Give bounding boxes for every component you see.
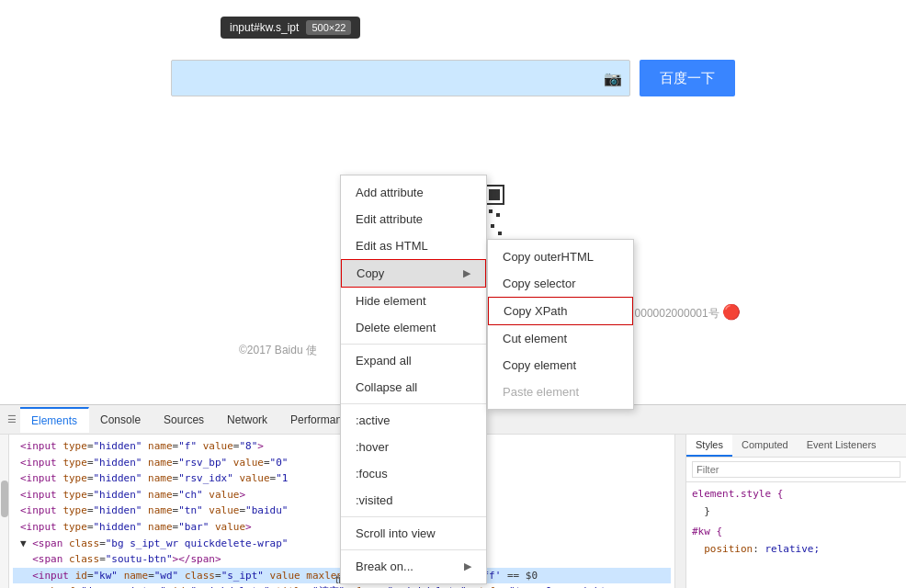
tab-network[interactable]: Network [216, 408, 279, 432]
menu-item-expand-all[interactable]: Expand all [341, 347, 486, 374]
submenu-cut-element[interactable]: Cut element [488, 325, 633, 352]
devtools-vertical-scrollbar[interactable] [674, 435, 685, 588]
svg-rect-12 [496, 213, 500, 217]
menu-item-visited[interactable]: :visited [341, 487, 486, 514]
styles-tab-computed[interactable]: Computed [732, 435, 798, 457]
submenu-copy-selector[interactable]: Copy selector [488, 270, 633, 297]
tooltip-element-name: input#kw.s_ipt [230, 21, 299, 34]
styles-content: element.style { } #kw { position: relati… [686, 482, 906, 562]
styles-filter-input[interactable] [692, 461, 900, 478]
submenu-copy-outerhtml[interactable]: Copy outerHTML [488, 243, 633, 270]
menu-item-add-attribute[interactable]: Add attribute [341, 179, 486, 206]
devtools-styles-panel: Styles Computed Event Listeners element.… [685, 435, 906, 588]
styles-tabs: Styles Computed Event Listeners [686, 435, 906, 458]
tab-sources[interactable]: Sources [153, 408, 216, 432]
menu-item-scroll-into-view[interactable]: Scroll into view [341, 520, 486, 547]
devtools-panel-toggle[interactable]: ☰ [4, 408, 20, 431]
menu-item-active[interactable]: :active [341, 407, 486, 434]
devtools-left-scrollbar[interactable] [0, 435, 9, 588]
tab-elements[interactable]: Elements [20, 407, 89, 433]
submenu-copy-xpath[interactable]: Copy XPath [488, 297, 633, 325]
styles-tab-event-listeners[interactable]: Event Listeners [798, 435, 886, 457]
element-tooltip: input#kw.s_ipt 500×22 [221, 17, 360, 39]
style-rule-element: element.style { } [692, 486, 900, 520]
emoji-icon: 🔴 [722, 304, 741, 320]
tab-console[interactable]: Console [89, 408, 153, 432]
svg-rect-4 [489, 189, 500, 200]
tooltip-size: 500×22 [306, 20, 351, 35]
menu-item-hover[interactable]: :hover [341, 434, 486, 460]
menu-item-edit-attribute[interactable]: Edit attribute [341, 206, 486, 232]
svg-rect-14 [491, 224, 494, 228]
menu-item-copy[interactable]: Copy ▶ [341, 259, 486, 288]
scrollbar-thumb [1, 481, 8, 517]
svg-rect-11 [489, 209, 493, 213]
camera-icon: 📷 [604, 70, 622, 87]
menu-item-break-on[interactable]: Break on... ▶ [341, 553, 486, 580]
styles-filter-area [686, 458, 906, 482]
menu-divider-3 [341, 516, 486, 517]
menu-divider-2 [341, 403, 486, 404]
menu-item-collapse-all[interactable]: Collapse all [341, 374, 486, 401]
context-menu-main: Add attribute Edit attribute Edit as HTM… [340, 175, 487, 584]
search-area: 📷 百度一下 [171, 60, 735, 96]
menu-item-hide-element[interactable]: Hide element [341, 288, 486, 314]
style-rule-kw: #kw { position: relative; [692, 524, 900, 558]
menu-item-focus[interactable]: :focus [341, 460, 486, 487]
menu-item-delete-element[interactable]: Delete element [341, 314, 486, 341]
submenu-copy-element[interactable]: Copy element [488, 352, 633, 379]
svg-rect-15 [498, 232, 502, 235]
search-input-box[interactable]: 📷 [171, 60, 630, 96]
styles-tab-styles[interactable]: Styles [686, 435, 732, 457]
search-button[interactable]: 百度一下 [640, 60, 735, 96]
submenu-paste-element[interactable]: Paste element [488, 379, 633, 405]
menu-divider-1 [341, 344, 486, 345]
break-submenu-arrow: ▶ [464, 560, 471, 572]
copy-submenu: Copy outerHTML Copy selector Copy XPath … [487, 239, 634, 410]
menu-item-edit-as-html[interactable]: Edit as HTML [341, 232, 486, 259]
menu-divider-4 [341, 549, 486, 550]
submenu-arrow: ▶ [463, 267, 470, 279]
copyright-text: ©2017 Baidu 使 [239, 343, 317, 358]
context-menu: Add attribute Edit attribute Edit as HTM… [340, 175, 487, 584]
